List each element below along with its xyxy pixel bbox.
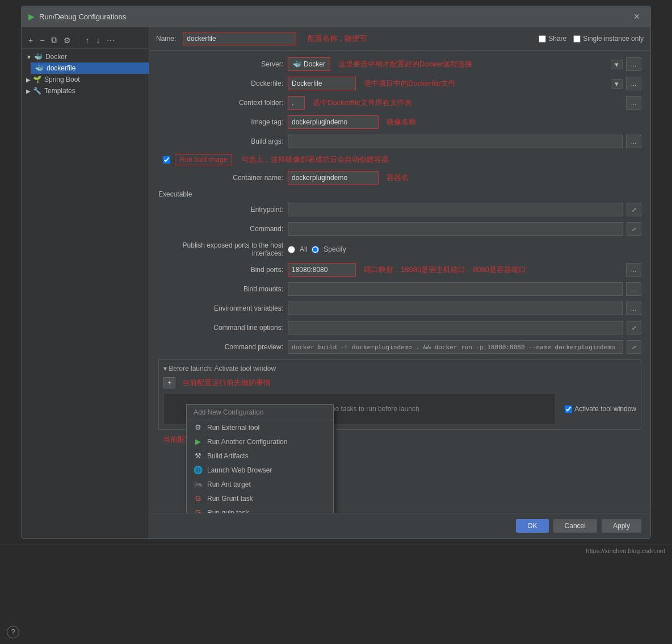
sidebar-item-label-docker: Docker [45,53,67,61]
dropdown-item-run-external[interactable]: ⚙ Run External tool [187,420,333,434]
dialog-title: Run/Debug Configurations [39,12,625,21]
another-config-icon: ▶ [194,437,203,446]
cmdoptions-expand-btn[interactable]: ⤢ [627,321,641,334]
dropdown-item-label-ant: Run Ant target [207,480,251,488]
dropdown-item-another-config[interactable]: ▶ Run Another Configuration [187,434,333,449]
dockerfile-browse-btn[interactable]: ... [626,77,641,90]
cmdpreview-expand-btn[interactable]: ⤢ [627,340,641,354]
grunt-icon: G [194,494,203,503]
cmdpreview-display [288,340,623,354]
sidebar-item-templates[interactable]: ▶ 🔧 Templates [22,85,149,97]
add-config-button[interactable]: + [26,35,35,46]
envvars-browse-btn[interactable]: ... [626,302,641,315]
dropdown-item-label-build: Build Artifacts [207,452,249,460]
cancel-button[interactable]: Cancel [553,519,597,533]
dropdown-item-label-gulp: Run gulp task [207,509,249,513]
left-toolbar: + − ⧉ ⚙ ↑ ↓ ⋯ [22,32,149,49]
ok-button[interactable]: OK [516,519,548,533]
apply-button[interactable]: Apply [602,519,641,533]
close-button[interactable]: ✕ [630,11,644,22]
command-input[interactable] [288,222,623,236]
name-input[interactable] [183,32,296,45]
name-label: Name: [156,35,176,43]
dropdown-item-build-artifacts[interactable]: ⚒ Build Artifacts [187,449,333,463]
before-launch-title: ▾ Before launch: Activate tool window [163,365,636,373]
server-label: Server: [158,60,283,68]
envvars-input[interactable] [288,302,623,315]
buildargs-browse-btn[interactable]: ... [626,135,641,148]
imagetag-input[interactable] [288,115,379,129]
context-annotation: 选中Dockerfile文件所在文件夹 [313,98,412,108]
dropdown-item-label-another: Run Another Configuration [207,438,287,446]
entrypoint-expand-btn[interactable]: ⤢ [627,203,641,216]
context-input-group: 选中Dockerfile文件所在文件夹 ... [288,96,641,110]
bindports-input[interactable] [288,263,356,277]
dropdown-item-launch-browser[interactable]: 🌐 Launch Web Browser [187,463,333,477]
bindports-label: Bind ports: [158,266,283,274]
dropdown-item-gulp[interactable]: G Run gulp task [187,505,333,513]
all-ports-radio[interactable] [288,246,295,253]
bindmounts-browse-btn[interactable]: ... [626,282,641,296]
activate-tool-window-checkbox[interactable] [565,405,572,413]
move-up-button[interactable]: ↑ [83,35,91,46]
bindmounts-input[interactable] [288,282,623,296]
bindports-browse-btn[interactable]: ... [626,263,641,277]
bindports-annotation: 端口映射，18080是宿主机端口，8080是容器端口 [364,265,526,275]
docker-group-icon: 🐳 [34,53,43,61]
copy-config-button[interactable]: ⧉ [49,34,59,46]
dockerfile-dropdown-btn[interactable]: ▾ [611,79,623,89]
share-checkbox[interactable] [539,35,546,43]
more-button[interactable]: ⋯ [104,35,117,46]
dialog-buttons: ? OK Cancel Apply [149,513,650,538]
dialog-titlebar: ▶ Run/Debug Configurations ✕ [22,6,650,27]
dropdown-item-label-grunt: Run Grunt task [207,495,253,503]
before-launch-annotation: 当前配置运行前先做的事情 [182,378,271,388]
context-browse-btn[interactable]: ... [626,96,641,110]
context-input[interactable] [288,96,305,110]
cmdoptions-input[interactable] [288,321,623,334]
run-built-checkbox[interactable] [163,156,170,164]
context-row: Context folder: 选中Dockerfile文件所在文件夹 ... [158,96,641,110]
sidebar-item-docker-group[interactable]: ▼ 🐳 Docker [22,51,149,62]
buildargs-label: Build args: [158,137,283,145]
cmdoptions-label: Command line options: [158,324,283,332]
add-before-launch-btn[interactable]: + [163,377,175,388]
dropdown-item-grunt[interactable]: G Run Grunt task [187,491,333,505]
specify-ports-label: Specify [324,245,346,253]
launch-browser-icon: 🌐 [194,466,203,474]
run-debug-dialog: ▶ Run/Debug Configurations ✕ + − ⧉ ⚙ ↑ ↓… [21,6,651,539]
config-tree: ▼ 🐳 Docker 🐳 dockerfile ▶ 🌱 Spring Boot [22,49,149,99]
bindports-row: Bind ports: 端口映射，18080是宿主机端口，8080是容器端口 .… [158,263,641,277]
dockerfile-input[interactable] [288,77,356,90]
run-built-row: Run built image 勾选上，这样镜像部署成功后会自动创建容器 [158,154,641,165]
specify-ports-radio[interactable] [312,246,319,253]
share-checkbox-row: Share [539,35,566,43]
command-expand-btn[interactable]: ⤢ [627,222,641,236]
entrypoint-input[interactable] [288,203,623,216]
all-ports-label: All [300,245,307,253]
dropdown-item-ant[interactable]: 🐜 Run Ant target [187,477,333,491]
server-input-group: 🐳 Docker 这里要选中刚才配置好的Docker远程连接 ▾ ... [288,57,641,71]
expand-arrow-spring: ▶ [26,77,31,83]
dropdown-item-label-run-external: Run External tool [207,424,259,432]
buildargs-input[interactable] [288,135,623,148]
sidebar-item-dockerfile[interactable]: 🐳 dockerfile [31,62,149,74]
server-browse-btn[interactable]: ... [626,57,641,71]
single-instance-checkbox[interactable] [573,35,581,43]
move-down-button[interactable]: ↓ [94,35,102,46]
sidebar-item-spring-boot[interactable]: ▶ 🌱 Spring Boot [22,74,149,85]
statusbar: https://xinchen.blog.csdn.net [0,545,672,557]
statusbar-url: https://xinchen.blog.csdn.net [586,547,665,554]
cmdpreview-label: Command preview: [158,343,283,351]
dropdown-header: Add New Configuration [187,405,333,420]
settings-button[interactable]: ⚙ [61,35,73,46]
remove-config-button[interactable]: − [37,35,47,46]
before-launch-section: ▾ Before launch: Activate tool window + … [158,359,641,430]
expand-arrow-docker: ▼ [26,54,32,60]
envvars-label: Environment variables: [158,304,283,312]
server-dropdown-btn[interactable]: ▾ [611,60,623,69]
spring-boot-icon: 🌱 [33,76,41,83]
gulp-icon: G [194,508,203,513]
containername-row: Container name: 容器名 [158,171,641,185]
containername-input[interactable] [288,171,379,185]
